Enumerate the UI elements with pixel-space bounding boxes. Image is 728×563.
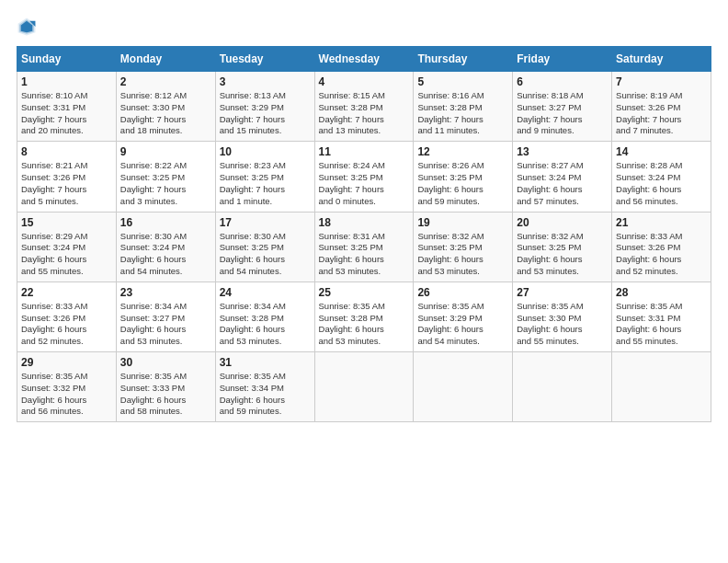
header-wednesday: Wednesday [314, 47, 414, 72]
day-number: 18 [319, 216, 410, 229]
day-info: Sunrise: 8:26 AM Sunset: 3:25 PM Dayligh… [417, 160, 508, 207]
day-number: 6 [517, 75, 608, 88]
calendar-cell [513, 352, 612, 422]
calendar-cell: 23Sunrise: 8:34 AM Sunset: 3:27 PM Dayli… [116, 282, 215, 351]
calendar-cell: 2Sunrise: 8:12 AM Sunset: 3:30 PM Daylig… [116, 72, 215, 142]
calendar-cell: 19Sunrise: 8:32 AM Sunset: 3:25 PM Dayli… [414, 212, 513, 282]
day-number: 9 [120, 145, 211, 158]
calendar-header-row: SundayMondayTuesdayWednesdayThursdayFrid… [17, 47, 711, 72]
day-number: 28 [616, 286, 707, 299]
calendar-cell: 18Sunrise: 8:31 AM Sunset: 3:25 PM Dayli… [314, 212, 414, 282]
day-info: Sunrise: 8:35 AM Sunset: 3:29 PM Dayligh… [417, 301, 508, 348]
day-info: Sunrise: 8:35 AM Sunset: 3:28 PM Dayligh… [319, 301, 410, 348]
day-info: Sunrise: 8:35 AM Sunset: 3:31 PM Dayligh… [616, 301, 707, 348]
day-info: Sunrise: 8:19 AM Sunset: 3:26 PM Dayligh… [616, 90, 707, 137]
calendar-cell: 22Sunrise: 8:33 AM Sunset: 3:26 PM Dayli… [17, 282, 117, 351]
day-info: Sunrise: 8:16 AM Sunset: 3:28 PM Dayligh… [417, 90, 508, 137]
day-info: Sunrise: 8:29 AM Sunset: 3:24 PM Dayligh… [21, 231, 112, 278]
header-tuesday: Tuesday [215, 47, 314, 72]
calendar-week-row: 22Sunrise: 8:33 AM Sunset: 3:26 PM Dayli… [17, 282, 711, 351]
day-info: Sunrise: 8:24 AM Sunset: 3:25 PM Dayligh… [319, 160, 410, 207]
day-number: 26 [417, 286, 508, 299]
day-info: Sunrise: 8:33 AM Sunset: 3:26 PM Dayligh… [616, 231, 707, 278]
logo [17, 17, 40, 37]
day-number: 25 [319, 286, 410, 299]
day-info: Sunrise: 8:35 AM Sunset: 3:30 PM Dayligh… [517, 301, 608, 348]
day-number: 16 [120, 216, 211, 229]
calendar-cell: 31Sunrise: 8:35 AM Sunset: 3:34 PM Dayli… [215, 352, 314, 422]
calendar-cell: 21Sunrise: 8:33 AM Sunset: 3:26 PM Dayli… [612, 212, 711, 282]
day-info: Sunrise: 8:35 AM Sunset: 3:34 PM Dayligh… [220, 371, 311, 418]
header-thursday: Thursday [414, 47, 513, 72]
calendar-cell: 3Sunrise: 8:13 AM Sunset: 3:29 PM Daylig… [215, 72, 314, 142]
calendar-cell: 12Sunrise: 8:26 AM Sunset: 3:25 PM Dayli… [414, 142, 513, 212]
day-number: 15 [21, 216, 112, 229]
day-number: 4 [319, 75, 410, 88]
day-number: 8 [21, 145, 112, 158]
header-sunday: Sunday [17, 47, 117, 72]
day-info: Sunrise: 8:28 AM Sunset: 3:24 PM Dayligh… [616, 160, 707, 207]
calendar-cell: 24Sunrise: 8:34 AM Sunset: 3:28 PM Dayli… [215, 282, 314, 351]
calendar-page: SundayMondayTuesdayWednesdayThursdayFrid… [0, 0, 728, 563]
calendar-cell: 9Sunrise: 8:22 AM Sunset: 3:25 PM Daylig… [116, 142, 215, 212]
day-number: 14 [616, 145, 707, 158]
day-number: 31 [220, 356, 311, 369]
day-number: 2 [120, 75, 211, 88]
day-info: Sunrise: 8:35 AM Sunset: 3:32 PM Dayligh… [21, 371, 112, 418]
day-number: 21 [616, 216, 707, 229]
logo-icon [17, 17, 37, 37]
day-info: Sunrise: 8:10 AM Sunset: 3:31 PM Dayligh… [21, 90, 112, 137]
calendar-cell: 11Sunrise: 8:24 AM Sunset: 3:25 PM Dayli… [314, 142, 414, 212]
day-info: Sunrise: 8:32 AM Sunset: 3:25 PM Dayligh… [417, 231, 508, 278]
day-info: Sunrise: 8:22 AM Sunset: 3:25 PM Dayligh… [120, 160, 211, 207]
day-info: Sunrise: 8:27 AM Sunset: 3:24 PM Dayligh… [517, 160, 608, 207]
day-info: Sunrise: 8:32 AM Sunset: 3:25 PM Dayligh… [517, 231, 608, 278]
day-number: 19 [417, 216, 508, 229]
calendar-week-row: 8Sunrise: 8:21 AM Sunset: 3:26 PM Daylig… [17, 142, 711, 212]
calendar-cell: 10Sunrise: 8:23 AM Sunset: 3:25 PM Dayli… [215, 142, 314, 212]
day-number: 7 [616, 75, 707, 88]
day-info: Sunrise: 8:23 AM Sunset: 3:25 PM Dayligh… [220, 160, 311, 207]
day-info: Sunrise: 8:21 AM Sunset: 3:26 PM Dayligh… [21, 160, 112, 207]
day-info: Sunrise: 8:30 AM Sunset: 3:25 PM Dayligh… [220, 231, 311, 278]
day-number: 20 [517, 216, 608, 229]
day-info: Sunrise: 8:13 AM Sunset: 3:29 PM Dayligh… [220, 90, 311, 137]
calendar-cell [314, 352, 414, 422]
calendar-cell: 25Sunrise: 8:35 AM Sunset: 3:28 PM Dayli… [314, 282, 414, 351]
day-info: Sunrise: 8:34 AM Sunset: 3:27 PM Dayligh… [120, 301, 211, 348]
calendar-cell: 14Sunrise: 8:28 AM Sunset: 3:24 PM Dayli… [612, 142, 711, 212]
day-info: Sunrise: 8:34 AM Sunset: 3:28 PM Dayligh… [220, 301, 311, 348]
calendar-cell [612, 352, 711, 422]
calendar-cell: 13Sunrise: 8:27 AM Sunset: 3:24 PM Dayli… [513, 142, 612, 212]
calendar-cell: 6Sunrise: 8:18 AM Sunset: 3:27 PM Daylig… [513, 72, 612, 142]
header-saturday: Saturday [612, 47, 711, 72]
day-info: Sunrise: 8:18 AM Sunset: 3:27 PM Dayligh… [517, 90, 608, 137]
day-number: 17 [220, 216, 311, 229]
day-info: Sunrise: 8:12 AM Sunset: 3:30 PM Dayligh… [120, 90, 211, 137]
day-number: 10 [220, 145, 311, 158]
calendar-table: SundayMondayTuesdayWednesdayThursdayFrid… [17, 46, 711, 422]
day-info: Sunrise: 8:35 AM Sunset: 3:33 PM Dayligh… [120, 371, 211, 418]
calendar-cell: 15Sunrise: 8:29 AM Sunset: 3:24 PM Dayli… [17, 212, 117, 282]
calendar-cell: 1Sunrise: 8:10 AM Sunset: 3:31 PM Daylig… [17, 72, 117, 142]
header [17, 17, 711, 37]
day-number: 27 [517, 286, 608, 299]
day-number: 22 [21, 286, 112, 299]
calendar-cell: 30Sunrise: 8:35 AM Sunset: 3:33 PM Dayli… [116, 352, 215, 422]
calendar-cell: 29Sunrise: 8:35 AM Sunset: 3:32 PM Dayli… [17, 352, 117, 422]
calendar-week-row: 1Sunrise: 8:10 AM Sunset: 3:31 PM Daylig… [17, 72, 711, 142]
calendar-cell: 5Sunrise: 8:16 AM Sunset: 3:28 PM Daylig… [414, 72, 513, 142]
day-number: 12 [417, 145, 508, 158]
calendar-cell: 17Sunrise: 8:30 AM Sunset: 3:25 PM Dayli… [215, 212, 314, 282]
calendar-cell: 7Sunrise: 8:19 AM Sunset: 3:26 PM Daylig… [612, 72, 711, 142]
calendar-cell: 28Sunrise: 8:35 AM Sunset: 3:31 PM Dayli… [612, 282, 711, 351]
day-number: 23 [120, 286, 211, 299]
calendar-cell: 27Sunrise: 8:35 AM Sunset: 3:30 PM Dayli… [513, 282, 612, 351]
day-info: Sunrise: 8:33 AM Sunset: 3:26 PM Dayligh… [21, 301, 112, 348]
day-number: 11 [319, 145, 410, 158]
day-number: 1 [21, 75, 112, 88]
day-info: Sunrise: 8:30 AM Sunset: 3:24 PM Dayligh… [120, 231, 211, 278]
calendar-cell: 20Sunrise: 8:32 AM Sunset: 3:25 PM Dayli… [513, 212, 612, 282]
calendar-cell: 26Sunrise: 8:35 AM Sunset: 3:29 PM Dayli… [414, 282, 513, 351]
calendar-cell [414, 352, 513, 422]
